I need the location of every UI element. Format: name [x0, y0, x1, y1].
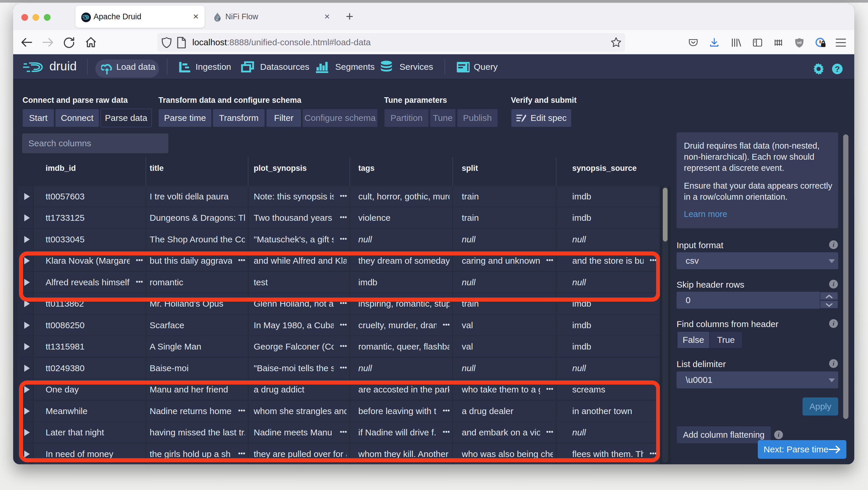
svg-text:ud: ud	[797, 41, 801, 45]
